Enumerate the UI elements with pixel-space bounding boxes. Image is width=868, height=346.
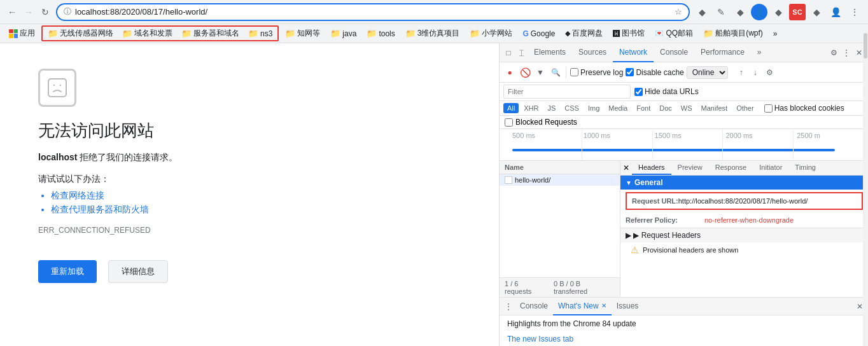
bottom-tab-issues[interactable]: Issues <box>612 298 644 315</box>
extensions-icon[interactable]: ◆ <box>694 4 710 20</box>
issues-tab-label: Issues <box>617 301 639 310</box>
bookmark-apps[interactable]: 应用 <box>5 27 39 40</box>
bookmark-star-icon[interactable]: ☆ <box>675 7 682 17</box>
filter-manifest[interactable]: Manifest <box>697 103 732 113</box>
bookmark-zhiwang[interactable]: 📁 知网等 <box>281 27 324 40</box>
request-headers-header[interactable]: ▶ ▶ Request Headers <box>620 228 868 242</box>
back-button[interactable]: ← <box>5 5 19 19</box>
bookmark-3d[interactable]: 📁 3维仿真项目 <box>402 27 464 40</box>
export-button[interactable]: ↓ <box>750 67 761 78</box>
devtools-inspect-icon[interactable]: □ <box>502 46 515 59</box>
has-blocked-cookies-checkbox[interactable] <box>764 104 773 113</box>
filter-doc[interactable]: Doc <box>655 103 676 113</box>
tab-more[interactable]: » <box>751 43 768 62</box>
general-section-header[interactable]: ▼ General <box>620 176 868 190</box>
bookmark-ymhfp[interactable]: 📁 域名和发票 <box>118 27 176 40</box>
tab-sources[interactable]: Sources <box>572 43 613 62</box>
network-settings-icon[interactable]: ⚙ <box>764 66 776 79</box>
extension2-icon[interactable]: ◆ <box>770 4 787 20</box>
filter-css[interactable]: CSS <box>561 103 583 113</box>
detail-tab-initiator[interactable]: Initiator <box>753 161 788 175</box>
referrer-policy-value: no-referrer-when-downgrade <box>704 216 794 224</box>
account-icon[interactable]: 👤 <box>827 4 844 20</box>
tab-elements[interactable]: Elements <box>528 43 572 62</box>
request-area: Name hello-world/ 1 / 6 requests 0 B / 0… <box>500 161 868 297</box>
filter-ws[interactable]: WS <box>677 103 696 113</box>
filter-input[interactable] <box>503 85 631 99</box>
url-input[interactable] <box>75 7 671 17</box>
forward-button[interactable]: → <box>22 5 36 19</box>
bookmark-google[interactable]: G Google <box>519 28 559 39</box>
whatsnew-close-icon[interactable]: ✕ <box>601 302 606 309</box>
filter-xhr[interactable]: XHR <box>520 103 542 113</box>
tab-console[interactable]: Console <box>654 43 694 62</box>
search-button[interactable]: 🔍 <box>549 66 562 79</box>
request-item[interactable]: hello-world/ <box>500 174 620 186</box>
disable-cache-checkbox[interactable] <box>626 68 634 76</box>
devtools-dots-icon[interactable]: ⋮ <box>840 46 853 59</box>
diamond-icon[interactable]: ◆ <box>732 4 748 20</box>
tab-network[interactable]: Network <box>613 43 654 62</box>
bookmark-baidu-disk[interactable]: ◆ 百度网盘 <box>561 27 606 40</box>
clear-button[interactable]: 🚫 <box>519 66 531 79</box>
bottom-panel-menu-icon[interactable]: ⋮ <box>502 300 515 313</box>
suggestion-2[interactable]: 检查代理服务器和防火墙 <box>51 204 461 216</box>
puzzle-icon[interactable]: ◆ <box>808 4 825 20</box>
devtools-bottom-panel: ⋮ Console What's New ✕ Issues ✕ Highl <box>500 297 868 346</box>
bookmark-school[interactable]: 📁 小学网站 <box>466 27 516 40</box>
tab-performance[interactable]: Performance <box>694 43 751 62</box>
detail-tab-timing[interactable]: Timing <box>788 161 822 175</box>
profile-icon[interactable]: 👤 <box>751 4 767 20</box>
filter-other[interactable]: Other <box>732 103 758 113</box>
detail-scrollbar[interactable] <box>863 161 868 297</box>
preserve-log-label[interactable]: Preserve log <box>570 68 623 77</box>
bookmark-ship[interactable]: 📁 船舶项目(wpf) <box>699 27 767 40</box>
more-menu-icon[interactable]: ⋮ <box>846 4 863 20</box>
bookmark-tools[interactable]: 📁 tools <box>363 27 398 39</box>
bookmark-java[interactable]: 📁 java <box>326 27 360 39</box>
bookmark-library[interactable]: 🆆 图书馆 <box>609 27 648 40</box>
bookmark-ns3[interactable]: 📁 ns3 <box>244 27 276 39</box>
reload-button[interactable]: 重新加载 <box>38 260 97 283</box>
filter-all[interactable]: All <box>503 103 519 113</box>
throttle-select[interactable]: Online <box>687 66 728 79</box>
library-icon: 🆆 <box>613 30 620 38</box>
filter-button[interactable]: ▼ <box>534 66 547 79</box>
reload-button[interactable]: ↻ <box>38 5 52 19</box>
hide-data-urls-label[interactable]: Hide data URLs <box>634 87 699 96</box>
devtools-mobile-icon[interactable]: ⌶ <box>515 46 528 59</box>
bookmark-more[interactable]: » <box>769 28 781 39</box>
issues-tab-link[interactable]: The new Issues tab <box>507 335 573 343</box>
filter-font[interactable]: Font <box>633 103 654 113</box>
settings-gear-icon[interactable]: ⚙ <box>827 46 840 59</box>
bookmark-qq-mail[interactable]: 💌 QQ邮箱 <box>651 27 697 40</box>
disable-cache-label[interactable]: Disable cache <box>626 68 683 77</box>
address-bar[interactable]: ⓘ ☆ <box>56 3 690 21</box>
filter-media[interactable]: Media <box>605 103 631 113</box>
blocked-requests-checkbox[interactable] <box>505 118 513 127</box>
filter-js[interactable]: JS <box>543 103 559 113</box>
hide-data-urls-checkbox[interactable] <box>634 88 643 96</box>
preserve-log-checkbox[interactable] <box>570 68 578 76</box>
bookmark-fwqhym[interactable]: 📁 服务器和域名 <box>178 27 243 40</box>
detail-tab-response[interactable]: Response <box>709 161 753 175</box>
bookmark-label: 船舶项目(wpf) <box>715 28 763 39</box>
bookmark-label: 服务器和域名 <box>193 28 239 39</box>
detail-tabs: ✕ Headers Preview Response Initiator Tim… <box>620 161 868 176</box>
detail-tab-headers[interactable]: Headers <box>632 161 671 175</box>
bookmark-label: 百度网盘 <box>572 28 603 39</box>
detail-close-icon[interactable]: ✕ <box>620 161 632 175</box>
record-button[interactable]: ● <box>503 66 516 79</box>
bookmark-wlcgq[interactable]: 📁 无线传感器网络 <box>44 27 117 40</box>
sc-icon[interactable]: SC <box>789 4 806 20</box>
filter-img[interactable]: Img <box>584 103 603 113</box>
bottom-tab-console[interactable]: Console <box>515 298 553 315</box>
details-button[interactable]: 详细信息 <box>108 260 168 283</box>
suggestion-1[interactable]: 检查网络连接 <box>51 190 461 202</box>
detail-tab-preview[interactable]: Preview <box>671 161 709 175</box>
has-blocked-cookies-label[interactable]: Has blocked cookies <box>764 104 844 113</box>
bottom-tab-whatsnew[interactable]: What's New ✕ <box>553 298 612 315</box>
suggestion-title: 请试试以下办法： <box>38 174 461 185</box>
import-button[interactable]: ↑ <box>736 67 747 78</box>
feather-icon[interactable]: ✎ <box>713 4 729 20</box>
